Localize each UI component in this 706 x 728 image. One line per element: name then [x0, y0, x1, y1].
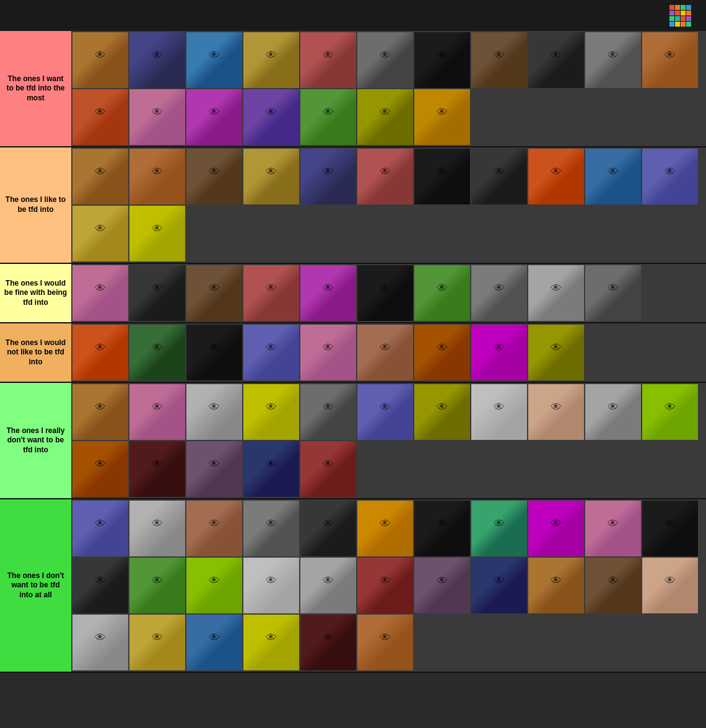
character-cell[interactable] [528, 384, 584, 440]
character-cell[interactable] [129, 441, 185, 497]
character-cell[interactable] [300, 89, 356, 145]
character-cell[interactable] [300, 615, 356, 670]
character-cell[interactable] [243, 149, 299, 204]
character-cell[interactable] [186, 384, 242, 440]
character-cell[interactable] [300, 149, 356, 204]
character-cell[interactable] [72, 206, 128, 261]
character-cell[interactable] [72, 384, 128, 440]
character-cell[interactable] [585, 149, 641, 204]
character-cell[interactable] [414, 325, 470, 380]
character-cell[interactable] [642, 149, 698, 204]
character-cell[interactable] [414, 384, 470, 440]
character-cell[interactable] [243, 32, 299, 88]
character-cell[interactable] [528, 558, 584, 613]
character-cell[interactable] [129, 265, 185, 321]
character-cell[interactable] [72, 265, 128, 321]
character-cell[interactable] [528, 32, 584, 88]
character-cell[interactable] [471, 501, 527, 556]
logo-grid-icon [669, 5, 691, 27]
character-cell[interactable] [642, 501, 698, 556]
character-cell[interactable] [357, 501, 413, 556]
character-cell[interactable] [72, 89, 128, 145]
character-cell[interactable] [357, 32, 413, 88]
character-cell[interactable] [585, 501, 641, 556]
character-cell[interactable] [243, 325, 299, 380]
character-cell[interactable] [414, 32, 470, 88]
character-cell[interactable] [471, 558, 527, 613]
character-cell[interactable] [585, 32, 641, 88]
character-cell[interactable] [243, 265, 299, 321]
character-cell[interactable] [129, 89, 185, 145]
character-cell[interactable] [129, 615, 185, 670]
character-cell[interactable] [186, 615, 242, 670]
character-cell[interactable] [243, 384, 299, 440]
character-cell[interactable] [300, 558, 356, 613]
character-cell[interactable] [129, 206, 185, 261]
character-cell[interactable] [357, 149, 413, 204]
character-cell[interactable] [72, 149, 128, 204]
character-cell[interactable] [585, 384, 641, 440]
character-cell[interactable] [129, 32, 185, 88]
character-cell[interactable] [72, 558, 128, 613]
character-cell[interactable] [186, 32, 242, 88]
character-cell[interactable] [357, 558, 413, 613]
character-cell[interactable] [72, 32, 128, 88]
character-cell[interactable] [186, 149, 242, 204]
character-cell[interactable] [471, 265, 527, 321]
character-cell[interactable] [300, 325, 356, 380]
character-cell[interactable] [528, 149, 584, 204]
header [0, 0, 706, 31]
character-cell[interactable] [642, 384, 698, 440]
character-cell[interactable] [186, 501, 242, 556]
character-cell[interactable] [471, 32, 527, 88]
character-cell[interactable] [243, 558, 299, 613]
character-cell[interactable] [357, 325, 413, 380]
tier-row-s: The ones I want to be tfd into the most [0, 31, 706, 147]
character-cell[interactable] [72, 441, 128, 497]
character-cell[interactable] [585, 558, 641, 613]
character-cell[interactable] [129, 149, 185, 204]
tier-label-s: The ones I want to be tfd into the most [0, 31, 71, 146]
character-cell[interactable] [129, 384, 185, 440]
character-cell[interactable] [357, 384, 413, 440]
character-cell[interactable] [300, 441, 356, 497]
character-cell[interactable] [585, 265, 641, 321]
character-cell[interactable] [72, 501, 128, 556]
character-cell[interactable] [243, 89, 299, 145]
character-cell[interactable] [414, 265, 470, 321]
character-cell[interactable] [243, 615, 299, 670]
character-cell[interactable] [186, 558, 242, 613]
character-cell[interactable] [357, 265, 413, 321]
character-cell[interactable] [129, 325, 185, 380]
character-cell[interactable] [471, 325, 527, 380]
character-cell[interactable] [528, 265, 584, 321]
character-cell[interactable] [300, 265, 356, 321]
character-cell[interactable] [186, 325, 242, 380]
character-cell[interactable] [642, 558, 698, 613]
character-cell[interactable] [414, 501, 470, 556]
character-cell[interactable] [414, 558, 470, 613]
character-cell[interactable] [300, 384, 356, 440]
character-cell[interactable] [300, 501, 356, 556]
character-cell[interactable] [243, 441, 299, 497]
character-cell[interactable] [642, 32, 698, 88]
character-cell[interactable] [414, 149, 470, 204]
character-cell[interactable] [129, 501, 185, 556]
character-cell[interactable] [471, 149, 527, 204]
character-cell[interactable] [72, 615, 128, 670]
character-cell[interactable] [72, 325, 128, 380]
character-cell[interactable] [528, 325, 584, 380]
character-cell[interactable] [243, 501, 299, 556]
tier-row-a: The ones I like to be tfd into [0, 147, 706, 264]
character-cell[interactable] [186, 265, 242, 321]
character-cell[interactable] [357, 615, 413, 670]
character-cell[interactable] [300, 32, 356, 88]
character-cell[interactable] [414, 89, 470, 145]
character-cell[interactable] [528, 501, 584, 556]
character-cell[interactable] [357, 89, 413, 145]
character-cell[interactable] [186, 89, 242, 145]
character-cell[interactable] [186, 441, 242, 497]
tiermaker-logo [669, 5, 696, 27]
character-cell[interactable] [471, 384, 527, 440]
character-cell[interactable] [129, 558, 185, 613]
